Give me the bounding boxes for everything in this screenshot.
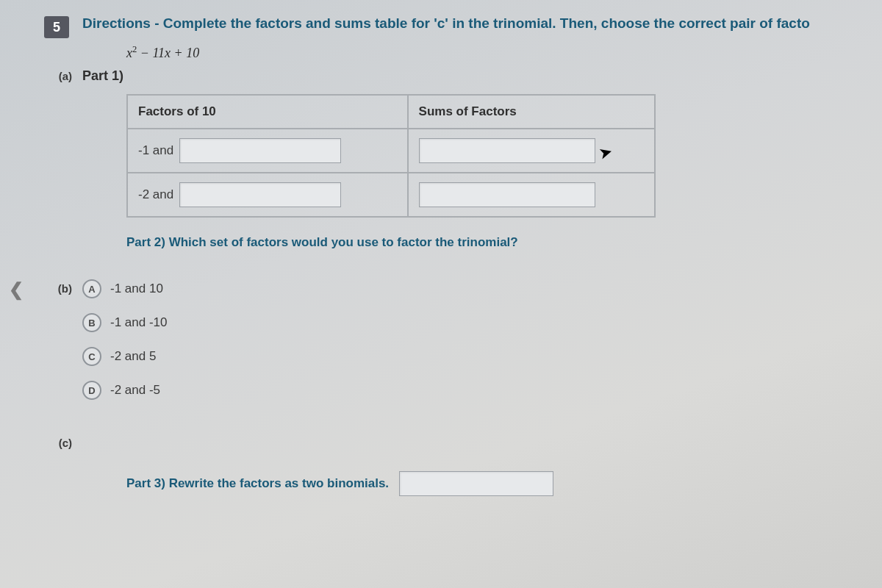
part3-answer-input[interactable] <box>399 471 553 496</box>
trinomial-expression: x2 − 11x + 10 <box>126 44 882 61</box>
choice-b[interactable]: B -1 and -10 <box>82 313 168 332</box>
part2-prompt: Part 2) Which set of factors would you u… <box>126 235 882 250</box>
row2-sum-input[interactable] <box>419 182 595 207</box>
part-a-marker: (a) <box>44 70 72 82</box>
part-b-marker: (b) <box>44 282 72 295</box>
factors-table: Factors of 10 Sums of Factors -1 and - <box>126 94 656 218</box>
part1-label: Part 1) <box>82 68 123 84</box>
question-number-badge: 5 <box>44 16 69 38</box>
choice-letter-icon: C <box>82 347 101 366</box>
choice-text: -1 and -10 <box>110 315 168 330</box>
choice-text: -2 and 5 <box>110 349 156 364</box>
question-page: 5 Directions - Complete the factors and … <box>0 0 882 496</box>
row2-factor-input[interactable] <box>179 182 341 207</box>
choice-a[interactable]: A -1 and 10 <box>82 279 163 298</box>
part3-row: Part 3) Rewrite the factors as two binom… <box>126 471 882 496</box>
table-row: -2 and <box>127 173 655 217</box>
part-a-header: (a) Part 1) <box>44 68 882 84</box>
part3-prompt: Part 3) Rewrite the factors as two binom… <box>126 476 389 491</box>
header-row: 5 Directions - Complete the factors and … <box>44 15 882 38</box>
directions-text: Directions - Complete the factors and su… <box>82 15 810 33</box>
part-c-marker: (c) <box>44 437 72 449</box>
row1-sum-input[interactable] <box>419 138 595 163</box>
row1-prefix: -1 and <box>138 143 173 158</box>
row2-prefix: -2 and <box>138 187 173 202</box>
table-header-row: Factors of 10 Sums of Factors <box>127 95 655 129</box>
choice-d[interactable]: D -2 and -5 <box>82 381 160 400</box>
header-sums: Sums of Factors <box>408 95 655 129</box>
choice-text: -1 and 10 <box>110 282 163 296</box>
header-factors: Factors of 10 <box>127 95 408 129</box>
prev-chevron-icon[interactable]: ❮ <box>9 279 24 300</box>
choice-text: -2 and -5 <box>110 383 160 398</box>
part-c-section: (c) <box>44 437 882 449</box>
choice-letter-icon: B <box>82 313 101 332</box>
choice-letter-icon: A <box>82 279 101 298</box>
choice-letter-icon: D <box>82 381 101 400</box>
table-row: -1 and <box>127 129 655 173</box>
row1-factor-input[interactable] <box>179 138 341 163</box>
choice-c[interactable]: C -2 and 5 <box>82 347 156 366</box>
part-b-section: (b) A -1 and 10 B -1 and -10 C -2 and 5 … <box>44 279 882 415</box>
